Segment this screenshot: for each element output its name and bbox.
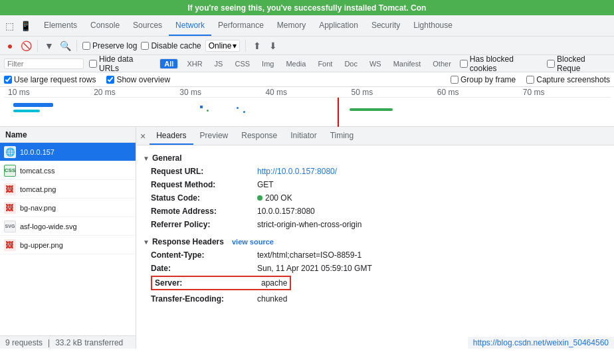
hide-data-urls-label[interactable]: Hide data URLs: [89, 54, 154, 73]
throttle-select[interactable]: Online ▾: [205, 40, 241, 52]
dot-4: [243, 111, 245, 113]
tab-initiator[interactable]: Initiator: [284, 127, 323, 145]
tick-70ms: 70 ms: [522, 88, 607, 97]
tick-20ms: 20 ms: [92, 88, 178, 97]
general-val-0[interactable]: http://10.0.0.157:8080/: [257, 165, 337, 177]
red-line: [338, 98, 339, 127]
general-val-1: GET: [257, 179, 274, 191]
has-blocked-label[interactable]: Has blocked cookies: [460, 54, 542, 73]
request-row-2[interactable]: 🖼 tomcat.png: [0, 180, 136, 199]
tab-icons: ⬚ 📱: [3, 19, 32, 33]
options-right: Group by frame Capture screenshots: [451, 75, 610, 84]
tab-timing[interactable]: Timing: [324, 127, 361, 145]
hide-data-urls-checkbox[interactable]: [89, 60, 97, 68]
timeline-chart[interactable]: [4, 98, 610, 127]
view-source-link[interactable]: view source: [232, 238, 274, 246]
show-overview-label[interactable]: Show overview: [106, 75, 170, 84]
import-button[interactable]: ⬆: [251, 40, 263, 52]
banner-text: If you're seeing this, you've successful…: [188, 3, 427, 13]
filter-ws[interactable]: WS: [366, 59, 385, 68]
tab-security[interactable]: Security: [365, 15, 407, 36]
response-key-3: Transfer-Encoding:: [151, 293, 257, 305]
show-overview-checkbox[interactable]: [106, 76, 114, 84]
large-rows-label[interactable]: Use large request rows: [4, 75, 96, 84]
request-row-0[interactable]: 🌐 10.0.0.157: [0, 143, 136, 161]
request-row-5[interactable]: 🖼 bg-upper.png: [0, 236, 136, 254]
inspect-icon[interactable]: ⬚: [3, 19, 16, 33]
disable-cache-checkbox[interactable]: [141, 42, 149, 50]
tab-preview[interactable]: Preview: [193, 127, 235, 145]
tick-10ms: 10 ms: [7, 88, 92, 97]
disable-cache-text: Disable cache: [151, 41, 201, 50]
device-icon[interactable]: 📱: [19, 19, 32, 33]
filter-icon[interactable]: ▼: [43, 40, 55, 52]
preserve-log-checkbox[interactable]: [82, 42, 90, 50]
request-row-4[interactable]: SVG asf-logo-wide.svg: [0, 217, 136, 236]
response-row-0: Content-Type: text/html;charset=ISO-8859…: [151, 249, 607, 261]
export-button[interactable]: ⬇: [267, 40, 279, 52]
tab-response[interactable]: Response: [235, 127, 284, 145]
toolbar-divider-3: [245, 40, 246, 52]
blocked-reqs-checkbox[interactable]: [547, 60, 555, 68]
group-by-frame-label[interactable]: Group by frame: [451, 75, 516, 84]
clear-button[interactable]: 🚫: [20, 40, 32, 52]
response-headers-arrow: ▼: [143, 238, 150, 246]
large-rows-text: Use large request rows: [14, 75, 96, 84]
filter-input[interactable]: [4, 58, 84, 69]
response-headers-label: Response Headers: [152, 237, 224, 246]
svg-text:🖼: 🖼: [5, 185, 13, 194]
timeline-bar-teal: [13, 110, 40, 112]
chevron-down-icon: ▾: [233, 41, 237, 50]
left-panel-header: Name: [0, 127, 136, 143]
request-row-3[interactable]: 🖼 bg-nav.png: [0, 199, 136, 217]
throttle-label: Online: [209, 41, 232, 50]
right-panel: × Headers Preview Response Initiator Tim…: [136, 127, 614, 349]
tab-elements[interactable]: Elements: [37, 15, 84, 36]
filter-manifest[interactable]: Manifest: [390, 59, 425, 68]
filter-font[interactable]: Font: [314, 59, 336, 68]
tab-network[interactable]: Network: [169, 15, 211, 36]
request-row-1[interactable]: CSS tomcat.css: [0, 161, 136, 180]
tab-lighthouse[interactable]: Lighthouse: [407, 15, 459, 36]
general-key-2: Status Code:: [151, 192, 257, 204]
left-footer: 9 requests | 33.2 kB transferred: [0, 335, 136, 349]
tab-application[interactable]: Application: [312, 15, 365, 36]
capture-screenshots-label[interactable]: Capture screenshots: [526, 75, 610, 84]
disable-cache-label[interactable]: Disable cache: [141, 41, 201, 50]
tab-headers[interactable]: Headers: [150, 127, 193, 145]
filter-doc[interactable]: Doc: [341, 59, 361, 68]
tab-memory[interactable]: Memory: [270, 15, 312, 36]
filter-css[interactable]: CSS: [231, 59, 253, 68]
tick-60ms: 60 ms: [436, 88, 522, 97]
tab-performance[interactable]: Performance: [211, 15, 270, 36]
tick-40ms: 40 ms: [264, 88, 350, 97]
options-bar-1: Use large request rows Show overview Gro…: [0, 72, 614, 87]
filter-img[interactable]: Img: [258, 59, 277, 68]
search-icon[interactable]: 🔍: [59, 40, 71, 52]
has-blocked-checkbox[interactable]: [460, 60, 468, 68]
general-label: General: [152, 153, 182, 163]
filter-other[interactable]: Other: [429, 59, 455, 68]
close-detail-button[interactable]: ×: [140, 132, 146, 141]
filter-media[interactable]: Media: [282, 59, 309, 68]
tab-console[interactable]: Console: [84, 15, 126, 36]
filter-js[interactable]: JS: [211, 59, 227, 68]
response-row-3: Transfer-Encoding: chunked: [151, 293, 607, 305]
general-key-0: Request URL:: [151, 165, 257, 177]
general-row-1: Request Method: GET: [151, 179, 607, 191]
footer-transferred: 33.2 kB transferred: [55, 338, 123, 347]
group-by-frame-checkbox[interactable]: [451, 76, 459, 84]
preserve-log-label[interactable]: Preserve log: [82, 41, 137, 50]
tab-sources[interactable]: Sources: [126, 15, 169, 36]
large-rows-checkbox[interactable]: [4, 76, 12, 84]
filter-all-button[interactable]: All: [159, 58, 178, 69]
record-button[interactable]: ●: [4, 40, 16, 52]
filter-xhr[interactable]: XHR: [183, 59, 205, 68]
blocked-reqs-label[interactable]: Blocked Reque: [547, 54, 610, 73]
timeline: 10 ms 20 ms 30 ms 40 ms 50 ms 60 ms 70 m…: [0, 87, 614, 127]
capture-screenshots-checkbox[interactable]: [526, 76, 534, 84]
response-val-2: apache: [261, 278, 287, 288]
show-overview-text: Show overview: [116, 75, 170, 84]
timeline-bar-blue: [13, 103, 53, 107]
req-icon-4: SVG: [4, 221, 16, 232]
